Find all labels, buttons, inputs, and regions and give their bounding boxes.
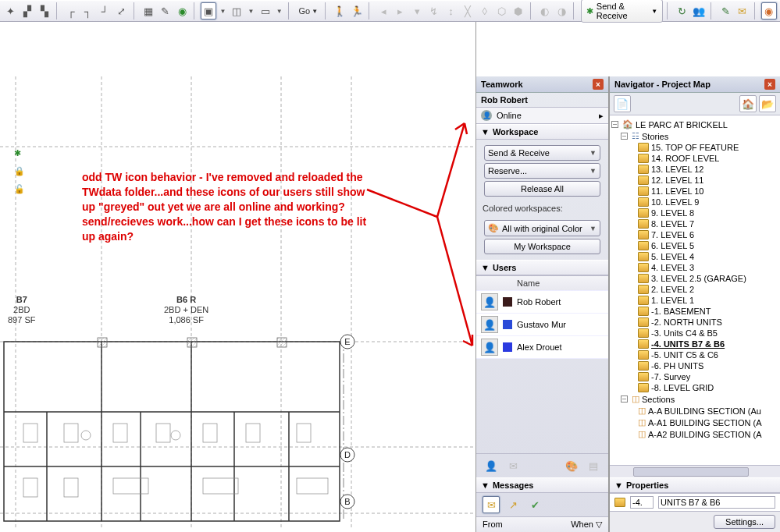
messages-section-header[interactable]: ▼ Messages xyxy=(476,477,608,493)
story-item[interactable]: 10. LEVEL 9 xyxy=(611,197,778,207)
prop-name-input[interactable] xyxy=(658,496,775,509)
folder-icon xyxy=(638,307,649,316)
reserve-button[interactable]: 🔒 Reserve... ▼ xyxy=(484,163,600,179)
home-icon[interactable]: 🏠 xyxy=(739,95,757,112)
svg-text:B: B xyxy=(344,497,350,506)
chevron-down-icon[interactable]: ▼ xyxy=(589,149,597,157)
mail-icon[interactable]: ✉ xyxy=(735,2,750,20)
collapse-icon[interactable]: – xyxy=(621,395,628,403)
story-item[interactable]: 5. LEVEL 4 xyxy=(611,251,778,262)
toolbar-icon-5[interactable]: ┐ xyxy=(80,2,96,20)
view-mode-1-dd[interactable]: ▼ xyxy=(218,2,228,20)
when-column[interactable]: When ▽ xyxy=(571,520,602,530)
folder-icon xyxy=(638,350,649,360)
section-item[interactable]: ◫A-A1 BUILDING SECTION (A xyxy=(611,417,778,428)
view-mode-1-icon[interactable]: ▣ xyxy=(201,2,216,20)
refresh-icon[interactable]: ↻ xyxy=(675,2,690,20)
users-section-header[interactable]: ▼ Users xyxy=(476,260,608,275)
user-row[interactable]: 👤Alex Drouet xyxy=(476,336,608,359)
story-item[interactable]: 14. ROOF LEVEL xyxy=(611,153,778,164)
release-all-button[interactable]: 🔓 Release All xyxy=(484,181,600,197)
story-item[interactable]: -7. Survey xyxy=(611,371,778,382)
view-mode-2-dd[interactable]: ▼ xyxy=(246,2,256,20)
chevron-down-icon[interactable]: ▼ xyxy=(589,167,597,175)
chevron-down-icon[interactable]: ▼ xyxy=(589,225,597,232)
send-receive-button[interactable]: ✱ Send & Receive ▼ xyxy=(581,0,663,23)
user-row[interactable]: 👤Gustavo Mur xyxy=(476,314,608,336)
color-swatch xyxy=(503,342,512,352)
done-icon[interactable]: ✔ xyxy=(526,496,543,513)
story-item[interactable]: -1. BASEMENT xyxy=(611,306,778,317)
story-item[interactable]: 7. LEVEL 6 xyxy=(611,229,778,240)
sections-icon: ◫ xyxy=(632,394,639,404)
story-item[interactable]: 3. LEVEL 2.5 (GARAGE) xyxy=(611,273,778,284)
inbox-icon[interactable]: ✉ xyxy=(483,496,500,513)
story-item[interactable]: -5. UNIT C5 & C6 xyxy=(611,349,778,360)
settings-button[interactable]: Settings... xyxy=(714,515,775,529)
fill-icon[interactable]: ▦ xyxy=(141,2,156,20)
svg-rect-40 xyxy=(187,338,197,347)
toolbar-icon-6[interactable]: ┘ xyxy=(97,2,112,20)
user-icon[interactable]: 👤 xyxy=(483,457,500,474)
toolbar-icon-2[interactable]: ▞ xyxy=(20,2,36,20)
folder-icon xyxy=(638,296,649,305)
story-item[interactable]: 15. TOP OF FEATURE xyxy=(611,142,778,153)
story-item[interactable]: 11. LEVEL 10 xyxy=(611,186,778,197)
story-item[interactable]: 13. LEVEL 12 xyxy=(611,164,778,175)
compose-icon[interactable]: ✎ xyxy=(718,2,733,20)
svg-rect-28 xyxy=(113,424,127,442)
chevron-down-icon: ▼ xyxy=(481,263,490,272)
tw-panel-icon[interactable]: ◉ xyxy=(761,2,777,20)
close-icon[interactable]: × xyxy=(764,79,775,90)
story-item[interactable]: 8. LEVEL 7 xyxy=(611,218,778,229)
story-item[interactable]: 1. LEVEL 1 xyxy=(611,295,778,306)
nav-tab-1-icon[interactable]: 📄 xyxy=(614,95,631,112)
sections-node[interactable]: Sections xyxy=(642,395,675,404)
story-item[interactable]: -3. Units C4 & B5 xyxy=(611,328,778,339)
toolbar-icon-7[interactable]: ⤢ xyxy=(114,2,130,20)
view-mode-3-icon[interactable]: ▭ xyxy=(258,2,273,20)
story-item[interactable]: 2. LEVEL 2 xyxy=(611,284,778,295)
workspace-section-header[interactable]: ▼ Workspace xyxy=(476,124,608,140)
toolbar-icon-4[interactable]: ┌ xyxy=(63,2,79,20)
horizontal-scrollbar[interactable] xyxy=(610,465,780,477)
from-column[interactable]: From xyxy=(483,520,571,530)
project-root[interactable]: LE PARC AT BRICKELL xyxy=(636,120,728,129)
stories-node[interactable]: Stories xyxy=(642,132,668,141)
view-mode-2-icon[interactable]: ◫ xyxy=(230,2,245,20)
story-item[interactable]: -2. NORTH UNITS xyxy=(611,317,778,328)
folder-icon xyxy=(638,372,649,381)
status-options-icon[interactable]: ▸ xyxy=(599,111,604,121)
story-item[interactable]: -4. UNITS B7 & B6 xyxy=(611,339,778,349)
close-icon[interactable]: × xyxy=(593,79,604,90)
section-item[interactable]: ◫A-A2 BUILDING SECTION (A xyxy=(611,428,778,440)
story-item[interactable]: -8. LEVEL GRID xyxy=(611,382,778,393)
project-tree[interactable]: – 🏠 LE PARC AT BRICKELL – ☷ Stories 15. … xyxy=(610,115,780,465)
story-item[interactable]: 4. LEVEL 3 xyxy=(611,262,778,273)
view-mode-3-dd[interactable]: ▼ xyxy=(274,2,284,20)
go-dropdown[interactable]: Go ▼ xyxy=(295,6,321,16)
pen-icon[interactable]: ✎ xyxy=(158,2,173,20)
story-item[interactable]: -6. PH UNITS xyxy=(611,360,778,371)
collapse-icon[interactable]: – xyxy=(611,121,618,128)
toolbar-icon-3[interactable]: ▚ xyxy=(37,2,52,20)
toolbar-icon-1[interactable]: ✦ xyxy=(3,2,19,20)
prop-index-input[interactable] xyxy=(630,496,654,509)
user-mgmt-icon[interactable]: 👥 xyxy=(691,2,707,20)
folder-open-icon[interactable]: 📂 xyxy=(759,95,776,112)
outbox-icon[interactable]: ↗ xyxy=(504,496,522,513)
story-item[interactable]: 9. LEVEL 8 xyxy=(611,207,778,218)
user-row[interactable]: 👤Rob Robert xyxy=(476,291,608,314)
section-item[interactable]: ◫A-A BUILDING SECTION (Au xyxy=(611,405,778,417)
folder-icon xyxy=(614,498,625,507)
properties-header[interactable]: ▼ Properties xyxy=(610,477,780,493)
color-dropdown[interactable]: 🎨 All with original Color ▼ xyxy=(484,220,600,236)
story-item[interactable]: 12. LEVEL 11 xyxy=(611,175,778,186)
my-workspace-button[interactable]: My Workspace xyxy=(484,239,600,254)
collapse-icon[interactable]: – xyxy=(621,133,628,140)
target-icon[interactable]: ◉ xyxy=(174,2,190,20)
story-item[interactable]: 6. LEVEL 5 xyxy=(611,240,778,251)
send-receive-panel-button[interactable]: ✱ Send & Receive ▼ xyxy=(484,145,600,161)
drawing-canvas[interactable]: E D B xyxy=(0,22,476,532)
svg-rect-36 xyxy=(113,478,148,494)
